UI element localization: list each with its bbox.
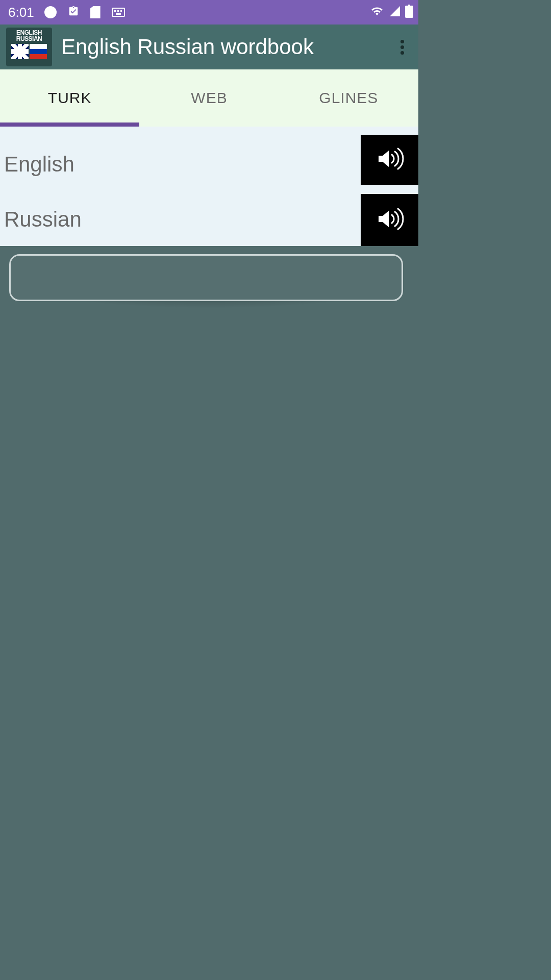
status-time: 6:01: [8, 5, 34, 20]
battery-charging-icon: [405, 5, 413, 20]
app-logo: ENGLISH RUSSIAN: [6, 28, 52, 66]
keyboard-icon: [112, 8, 125, 17]
flag-ru-icon: [30, 44, 47, 59]
signal-icon: [389, 5, 401, 19]
language-row-english: English: [0, 127, 418, 194]
speak-english-button[interactable]: [361, 135, 418, 185]
sd-card-icon: [90, 6, 101, 18]
app-header: ENGLISH RUSSIAN English Russian wordbook: [0, 24, 418, 69]
search-input[interactable]: [9, 254, 403, 301]
drop-shadow: [0, 301, 418, 342]
record-icon: [44, 6, 57, 18]
flag-uk-icon: [11, 44, 29, 59]
tab-label: TURK: [48, 89, 92, 107]
speak-russian-button[interactable]: [361, 194, 418, 246]
tab-glines[interactable]: GLINES: [279, 69, 418, 127]
language-label: English: [0, 135, 361, 194]
logo-text-russian: RUSSIAN: [16, 36, 42, 42]
status-bar: 6:01: [0, 0, 418, 24]
tab-bar: TURK WEB GLINES: [0, 69, 418, 127]
speaker-icon: [375, 146, 404, 173]
app-title: English Russian wordbook: [61, 35, 390, 59]
tab-web[interactable]: WEB: [139, 69, 279, 127]
status-right: [369, 5, 413, 20]
overflow-menu-button[interactable]: [390, 35, 414, 59]
status-left: 6:01: [8, 5, 125, 20]
svg-point-0: [11, 301, 409, 337]
tab-label: WEB: [191, 89, 227, 107]
vertical-dots-icon: [400, 40, 404, 55]
language-row-russian: Russian: [0, 194, 418, 246]
tab-turk[interactable]: TURK: [0, 69, 139, 127]
status-icons-left: [44, 5, 125, 20]
speaker-icon: [375, 207, 404, 233]
language-label: Russian: [0, 194, 361, 246]
clipboard-check-icon: [68, 5, 79, 20]
content-area: [0, 246, 418, 350]
tab-label: GLINES: [319, 89, 378, 107]
logo-flags: [11, 44, 47, 59]
wifi-icon: [369, 5, 385, 19]
language-list: English Russian: [0, 127, 418, 246]
